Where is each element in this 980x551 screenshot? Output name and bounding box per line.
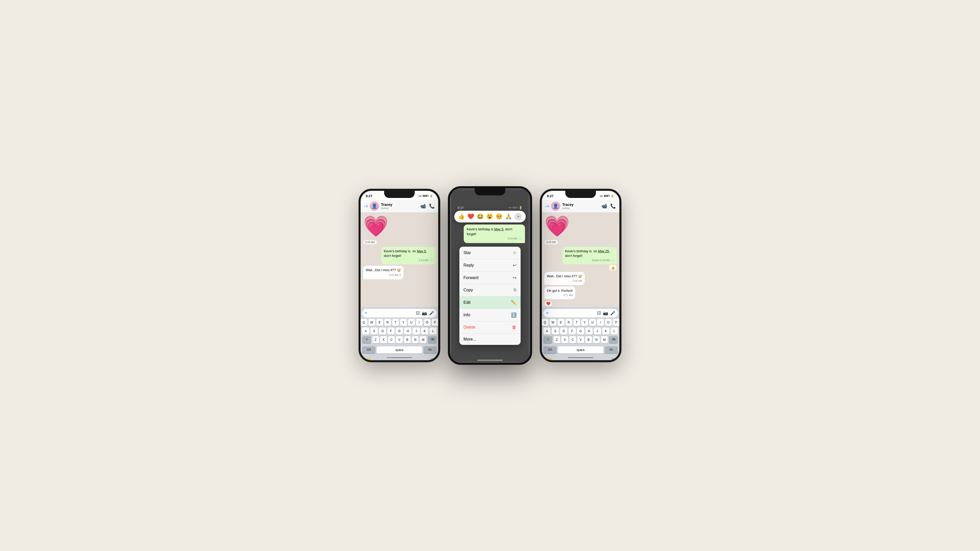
reaction-laugh[interactable]: 😂: [477, 213, 484, 220]
mic-bottom-icon-left[interactable]: 🎤: [427, 358, 434, 362]
key-r[interactable]: R: [384, 319, 391, 326]
key-w[interactable]: W: [369, 319, 375, 326]
menu-item-forward[interactable]: Forward ↪: [460, 272, 520, 284]
key-go-left[interactable]: Go: [423, 346, 437, 354]
reaction-heart[interactable]: ❤️: [467, 213, 474, 220]
sticker-icon-right[interactable]: 🖼: [597, 311, 601, 316]
key-n[interactable]: N: [412, 336, 418, 343]
reaction-sad[interactable]: 🥺: [496, 213, 503, 220]
video-icon-right[interactable]: 📹: [601, 203, 607, 209]
key-l-r[interactable]: L: [611, 327, 618, 335]
key-m[interactable]: M: [420, 336, 426, 343]
reaction-pray[interactable]: 🙏: [505, 213, 512, 220]
key-o-r[interactable]: O: [605, 319, 612, 326]
key-j-r[interactable]: J: [594, 327, 601, 335]
menu-item-star[interactable]: Star ☆: [460, 247, 520, 259]
camera-icon-right[interactable]: 📷: [603, 311, 608, 316]
key-v-r[interactable]: V: [577, 336, 584, 343]
key-z[interactable]: Z: [372, 336, 379, 343]
key-r-r[interactable]: R: [566, 319, 572, 326]
key-s-r[interactable]: S: [552, 327, 559, 335]
key-j[interactable]: J: [413, 327, 420, 335]
key-delete-right[interactable]: ⌫: [609, 336, 618, 343]
sticker-icon-left[interactable]: 🖼: [416, 311, 420, 316]
key-y-r[interactable]: Y: [581, 319, 588, 326]
key-e-r[interactable]: E: [558, 319, 564, 326]
menu-item-info[interactable]: Info ℹ️: [460, 309, 520, 321]
key-l[interactable]: L: [430, 327, 437, 335]
mic-bottom-icon-right[interactable]: 🎤: [608, 358, 615, 362]
key-a[interactable]: A: [362, 327, 369, 335]
key-space-right[interactable]: space: [558, 346, 603, 354]
menu-item-edit[interactable]: Edit ✏️: [460, 297, 520, 309]
key-q[interactable]: Q: [361, 319, 367, 326]
menu-item-delete[interactable]: Delete 🗑: [460, 321, 520, 333]
key-t[interactable]: T: [392, 319, 399, 326]
key-p[interactable]: P: [432, 319, 438, 326]
key-123-right[interactable]: 123: [543, 346, 557, 354]
chat-header-left: ‹ 4 👤 Tracey online 📹 📞: [361, 200, 438, 213]
key-f[interactable]: F: [387, 327, 395, 335]
key-h-r[interactable]: H: [585, 327, 593, 335]
key-p-r[interactable]: P: [613, 319, 620, 326]
key-x[interactable]: X: [380, 336, 387, 343]
notch-middle: [475, 188, 505, 195]
bubble-in1-right: Wait...Did I miss it?? 🤯 9:25 AM: [544, 272, 617, 285]
key-u[interactable]: U: [408, 319, 415, 326]
reaction-more[interactable]: +: [514, 213, 522, 221]
key-a-r[interactable]: A: [543, 327, 550, 335]
key-space-left[interactable]: space: [377, 346, 422, 354]
key-i[interactable]: I: [416, 319, 423, 326]
emoji-icon-left[interactable]: 😊: [365, 358, 372, 362]
key-m-r[interactable]: M: [601, 336, 608, 343]
key-u-r[interactable]: U: [589, 319, 596, 326]
key-go-right[interactable]: Go: [605, 346, 618, 354]
key-q-r[interactable]: Q: [542, 319, 549, 326]
key-h[interactable]: H: [404, 327, 411, 335]
phone-right: 9:27 ▪▪▪ WiFi 🔋 ‹ 4 👤 Tracey online 📹 📞: [540, 189, 621, 362]
key-w-r[interactable]: W: [550, 319, 556, 326]
key-shift-left[interactable]: ⇧: [362, 336, 371, 343]
key-b-r[interactable]: B: [585, 336, 592, 343]
camera-icon-left[interactable]: 📷: [422, 311, 427, 316]
key-o[interactable]: O: [424, 319, 431, 326]
phone-icon-left[interactable]: 📞: [429, 203, 434, 209]
mic-icon-left[interactable]: 🎤: [429, 311, 434, 316]
reaction-thumb[interactable]: 👍: [458, 213, 465, 220]
reaction-wow[interactable]: 😮: [486, 213, 493, 220]
plus-icon-right[interactable]: +: [546, 310, 549, 316]
key-g[interactable]: G: [396, 327, 403, 335]
key-v[interactable]: V: [396, 336, 403, 343]
phone-icon-right[interactable]: 📞: [610, 203, 616, 209]
menu-item-reply[interactable]: Reply ↩: [460, 259, 520, 272]
key-shift-right[interactable]: ⇧: [543, 336, 552, 343]
mic-icon-right[interactable]: 🎤: [610, 311, 615, 316]
key-d[interactable]: D: [379, 327, 386, 335]
key-k[interactable]: K: [421, 327, 428, 335]
key-i-r[interactable]: I: [597, 319, 604, 326]
star-icon: ☆: [512, 250, 517, 256]
video-icon-left[interactable]: 📹: [420, 203, 426, 209]
key-g-r[interactable]: G: [577, 327, 584, 335]
key-c-r[interactable]: C: [570, 336, 576, 343]
emoji-icon-right[interactable]: 😊: [546, 358, 553, 362]
back-button-left[interactable]: ‹ 4: [364, 204, 368, 208]
key-t-r[interactable]: T: [573, 319, 580, 326]
key-y[interactable]: Y: [400, 319, 407, 326]
key-d-r[interactable]: D: [560, 327, 567, 335]
key-s[interactable]: S: [371, 327, 378, 335]
key-f-r[interactable]: F: [569, 327, 576, 335]
menu-item-copy[interactable]: Copy ⎘: [460, 284, 520, 297]
key-x-r[interactable]: X: [562, 336, 568, 343]
key-k-r[interactable]: K: [602, 327, 609, 335]
back-button-right[interactable]: ‹ 4: [546, 204, 549, 208]
key-123-left[interactable]: 123: [362, 346, 375, 354]
key-b[interactable]: B: [404, 336, 410, 343]
plus-icon-left[interactable]: +: [365, 310, 368, 316]
key-z-r[interactable]: Z: [554, 336, 560, 343]
menu-item-more[interactable]: More...: [460, 333, 520, 345]
key-e[interactable]: E: [376, 319, 383, 326]
key-c[interactable]: C: [388, 336, 395, 343]
key-delete-left[interactable]: ⌫: [428, 336, 437, 343]
key-n-r[interactable]: N: [593, 336, 600, 343]
